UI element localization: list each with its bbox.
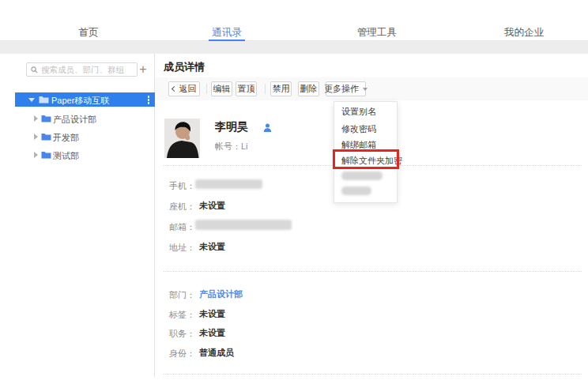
tab-admin-tools[interactable]: 管理工具 — [357, 26, 397, 40]
menu-item-set-alias[interactable]: 设置别名 — [341, 106, 376, 118]
chevron-right-icon[interactable] — [34, 152, 38, 158]
chevron-right-icon[interactable] — [34, 115, 38, 122]
field-value-position: 未设置 — [199, 327, 225, 339]
redacted-email-value — [195, 220, 292, 230]
toolbar-divider — [206, 84, 207, 94]
add-button[interactable]: + — [136, 62, 150, 77]
redacted-menu-item[interactable] — [341, 171, 383, 180]
page-background-band — [0, 41, 588, 54]
redacted-menu-item[interactable] — [341, 186, 371, 195]
section-divider — [164, 374, 582, 375]
sidebar-item-label: 测试部 — [53, 150, 79, 162]
more-actions-button[interactable]: 更多操作 — [326, 81, 366, 96]
field-label-landline: 座机： — [164, 201, 195, 213]
folder-icon — [41, 151, 51, 159]
folder-icon — [41, 133, 51, 141]
chevron-left-icon — [171, 86, 176, 92]
edit-button[interactable]: 编辑 — [211, 81, 232, 96]
search-icon — [31, 66, 38, 73]
sidebar-item-label: 产品设计部 — [53, 114, 96, 126]
chevron-down-icon — [363, 88, 368, 91]
sidebar-item-label: Paper移动互联 — [51, 95, 109, 107]
back-button[interactable]: 返回 — [168, 81, 200, 96]
field-label-identity: 身份： — [164, 348, 195, 360]
more-dots-icon[interactable] — [148, 96, 150, 104]
menu-item-change-password[interactable]: 修改密码 — [341, 123, 376, 135]
sidebar-item-root-company[interactable]: Paper移动互联 — [15, 92, 155, 107]
folder-icon — [39, 96, 49, 104]
chevron-down-icon[interactable] — [28, 98, 35, 102]
field-label-email: 邮箱： — [164, 221, 195, 233]
page-title: 成员详情 — [164, 60, 205, 74]
sidebar-item-dev[interactable]: 开发部 — [15, 130, 155, 143]
member-badge-icon — [263, 123, 272, 132]
delete-button[interactable]: 删除 — [298, 81, 319, 96]
member-name: 李明昊 — [215, 120, 248, 134]
field-label-department: 部门： — [164, 289, 195, 301]
field-value-tags: 未设置 — [199, 308, 225, 320]
field-label-position: 职务： — [164, 328, 195, 340]
sidebar-item-product-design[interactable]: 产品设计部 — [15, 112, 155, 125]
account-line: 帐号：Li — [215, 141, 248, 153]
disable-button[interactable]: 禁用 — [270, 81, 292, 96]
search-box — [26, 62, 138, 77]
folder-icon — [41, 115, 51, 122]
sidebar-item-test[interactable]: 测试部 — [15, 149, 155, 161]
app-window: 首页 通讯录 管理工具 我的企业 + Paper移动互联 产品设计部 开发部 测… — [0, 0, 588, 388]
account-value: Li — [241, 141, 248, 151]
field-label-mobile: 手机： — [164, 180, 195, 192]
toolbar-divider — [265, 84, 266, 94]
tab-my-enterprise[interactable]: 我的企业 — [504, 26, 544, 40]
avatar — [164, 119, 200, 158]
department-link[interactable]: 产品设计部 — [199, 288, 243, 300]
tab-home[interactable]: 首页 — [79, 26, 99, 40]
sidebar-item-label: 开发部 — [53, 132, 79, 144]
field-label-address: 地址： — [164, 242, 195, 254]
redacted-mobile-value — [195, 179, 262, 189]
highlight-red-box — [333, 149, 399, 169]
pin-button[interactable]: 置顶 — [236, 81, 257, 96]
field-label-tags: 标签： — [164, 309, 195, 321]
section-divider — [164, 271, 582, 272]
field-value-landline: 未设置 — [199, 200, 225, 212]
field-value-address: 未设置 — [199, 241, 225, 253]
tab-contacts[interactable]: 通讯录 — [212, 26, 242, 40]
search-input[interactable] — [41, 63, 136, 76]
field-value-identity: 普通成员 — [199, 347, 234, 359]
chevron-right-icon[interactable] — [34, 134, 38, 140]
top-nav: 首页 通讯录 管理工具 我的企业 — [0, 0, 588, 41]
